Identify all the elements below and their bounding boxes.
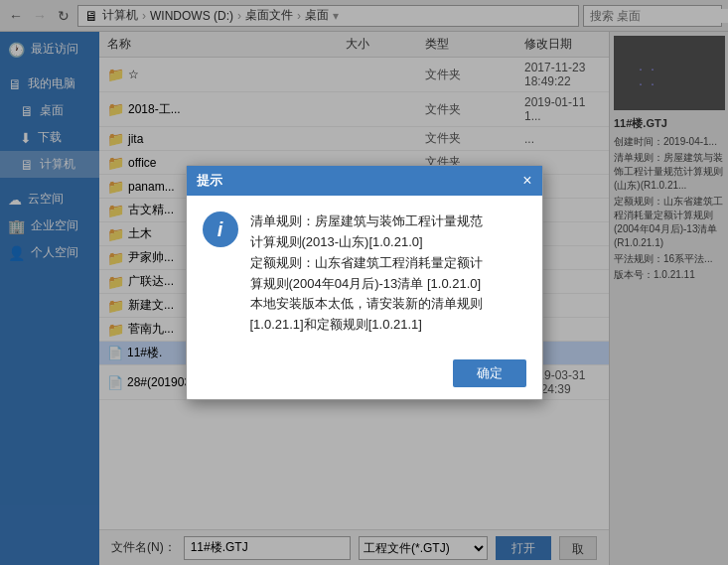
dialog-body: i 清单规则：房屋建筑与装饰工程计量规范计算规则(2013-山东)[1.0.21… <box>187 196 542 352</box>
dialog-message: 清单规则：房屋建筑与装饰工程计量规范计算规则(2013-山东)[1.0.21.0… <box>250 212 483 336</box>
dialog-close-button[interactable]: × <box>522 173 531 189</box>
dialog-footer: 确定 <box>187 352 542 399</box>
dialog-title: 提示 <box>197 172 222 190</box>
dialog: 提示 × i 清单规则：房屋建筑与装饰工程计量规范计算规则(2013-山东)[1… <box>186 165 543 400</box>
dialog-ok-button[interactable]: 确定 <box>453 359 526 387</box>
dialog-title-bar: 提示 × <box>187 166 542 196</box>
dialog-overlay: 提示 × i 清单规则：房屋建筑与装饰工程计量规范计算规则(2013-山东)[1… <box>0 0 728 565</box>
dialog-info-icon: i <box>203 212 238 247</box>
